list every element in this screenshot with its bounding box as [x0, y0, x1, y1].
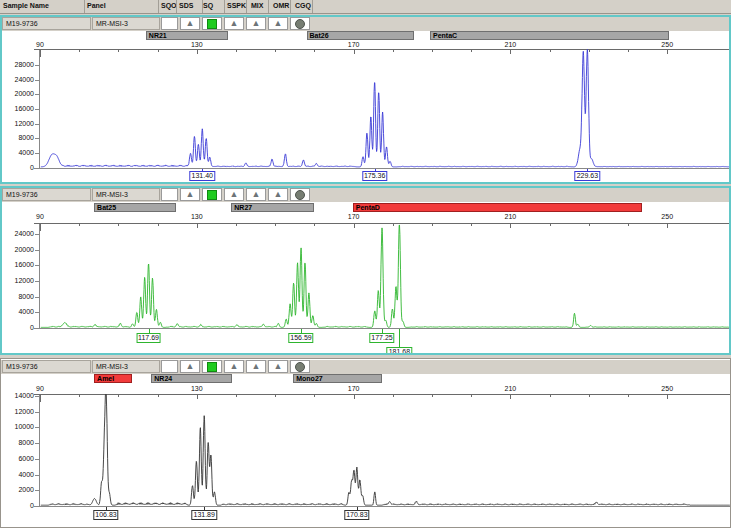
- peak-size-label[interactable]: 156.59: [288, 333, 313, 343]
- peak-size-label[interactable]: 131.40: [190, 171, 215, 181]
- column-header-sds: SDS: [179, 2, 193, 9]
- peak-size-label[interactable]: 175.36: [362, 171, 387, 181]
- column-header-sspk: SSPK: [227, 2, 246, 9]
- column-separator: [176, 0, 177, 13]
- electropherogram-panel-1: M19-9736MR-MSI-3▲▲▲▲NR21Bat26PentaC90130…: [0, 15, 731, 184]
- column-header-sq: SQ: [203, 2, 213, 9]
- electropherogram-panel-2: M19-9736MR-MSI-3▲▲▲▲Bat25NR27PentaD90130…: [0, 186, 731, 355]
- column-separator: [84, 0, 85, 13]
- column-header-sample-name: Sample Name: [3, 2, 49, 9]
- column-separator: [202, 0, 203, 13]
- trace-line: [41, 50, 730, 167]
- peak-size-label[interactable]: 170.83: [344, 510, 369, 520]
- column-header-omr: OMR: [273, 2, 289, 9]
- trace-plot-area[interactable]: [0, 358, 731, 528]
- column-header-mix: MIX: [251, 2, 263, 9]
- peak-size-label[interactable]: 131.89: [191, 510, 216, 520]
- column-separator: [158, 0, 159, 13]
- column-separator: [268, 0, 269, 13]
- peak-size-label[interactable]: 106.83: [93, 510, 118, 520]
- fragment-analysis-window: Sample NamePanelSQOSDSSQSSPKMIXOMRCGQM19…: [0, 0, 731, 528]
- peak-size-label[interactable]: 117.69: [136, 333, 161, 343]
- column-header-sqo: SQO: [161, 2, 177, 9]
- column-separator: [290, 0, 291, 13]
- peak-size-label[interactable]: 177.25: [369, 333, 394, 343]
- peak-label-leader: [399, 329, 400, 347]
- trace-plot-area[interactable]: [0, 15, 731, 184]
- peak-size-label[interactable]: 181.68: [387, 347, 412, 355]
- column-header-cgq: CGQ: [295, 2, 311, 9]
- trace-line: [41, 225, 730, 327]
- table-header-row: Sample NamePanelSQOSDSSQSSPKMIXOMRCGQ: [0, 0, 731, 14]
- column-separator: [224, 0, 225, 13]
- electropherogram-panel-3: M19-9736MR-MSI-3▲▲▲▲AmelNR24Mono27901301…: [0, 358, 731, 528]
- column-header-panel: Panel: [87, 2, 106, 9]
- column-separator: [246, 0, 247, 13]
- peak-size-label[interactable]: 229.63: [575, 171, 600, 181]
- column-separator: [312, 0, 313, 13]
- trace-plot-area[interactable]: [0, 186, 731, 355]
- trace-line: [41, 395, 730, 506]
